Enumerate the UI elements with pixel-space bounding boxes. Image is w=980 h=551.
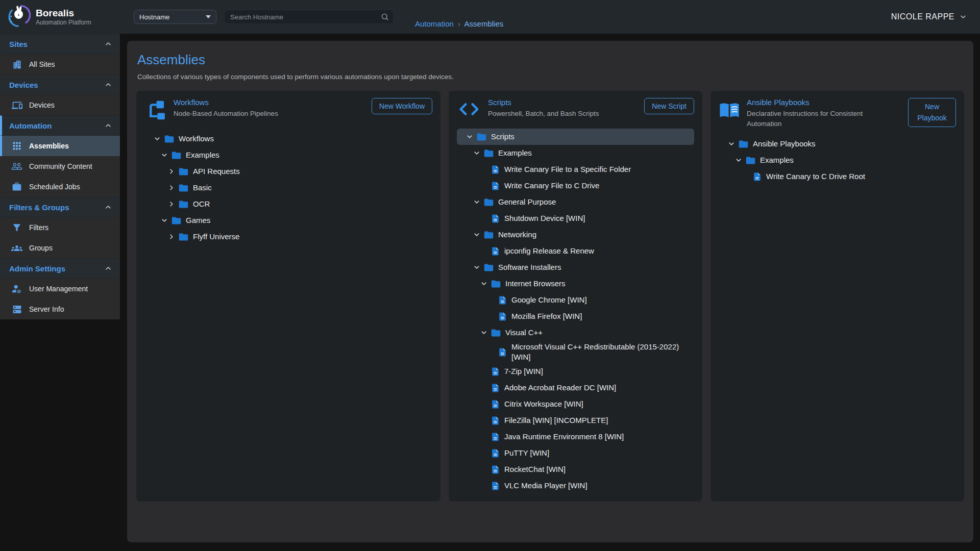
tree-item-folder[interactable]: Visual C++ (457, 324, 694, 341)
tree-item-file[interactable]: Microsoft Visual C++ Redistributable (20… (457, 341, 694, 364)
chevron-up-icon (104, 264, 112, 272)
new-playbook-button[interactable]: New Playbook (908, 98, 956, 127)
sidebar-item-filters[interactable]: Filters (0, 217, 120, 238)
new-script-button[interactable]: New Script (644, 98, 694, 114)
file-icon (491, 481, 500, 491)
tree-item-file[interactable]: Java Runtime Environment 8 [WIN] (457, 429, 694, 445)
tree-item-folder[interactable]: Basic (144, 180, 432, 196)
sidebar-item-server-info[interactable]: Server Info (0, 299, 120, 319)
tree-item-file[interactable]: Adobe Acrobat Reader DC [WIN] (457, 380, 694, 396)
tree-item-file[interactable]: VLC Media Player [WIN] (457, 478, 694, 494)
tree-item-file[interactable]: RocketChat [WIN] (457, 462, 694, 478)
folder-icon (483, 262, 494, 273)
tree-item-folder[interactable]: Games (144, 212, 432, 229)
tree-item-file[interactable]: PuTTY [WIN] (457, 445, 694, 462)
file-icon (491, 432, 500, 442)
tree-item-folder[interactable]: Networking (457, 227, 694, 243)
tree-item-file[interactable]: Google Chrome [WIN] (457, 292, 694, 308)
groups-icon (11, 242, 22, 254)
sidebar-item-devices[interactable]: Devices (0, 95, 120, 115)
sidebar-section-sites[interactable]: Sites (0, 34, 120, 54)
tree-item-folder[interactable]: Workflows (144, 131, 432, 147)
tree-item-label: API Requests (193, 166, 240, 177)
tree-item-file[interactable]: Write Canary File to C Drive (457, 178, 694, 194)
tree-item-folder[interactable]: General Purpose (457, 194, 694, 210)
file-icon (491, 367, 500, 377)
tree-item-label: Software Installers (498, 262, 561, 272)
tree-item-folder[interactable]: Examples (719, 152, 956, 168)
tree-item-label: Examples (186, 150, 219, 160)
tree-item-file[interactable]: Write Canary to C Drive Root (719, 168, 956, 185)
sidebar-section-filters-groups[interactable]: Filters & Groups (0, 197, 120, 217)
tree-item-label: Shutdown Device [WIN] (504, 213, 585, 223)
chevron-down-icon[interactable] (734, 156, 745, 165)
tree-item-folder[interactable]: OCR (144, 196, 432, 212)
chevron-down-icon[interactable] (727, 139, 738, 148)
sidebar-item-user-management[interactable]: User Management (0, 279, 120, 299)
chevron-right-icon[interactable] (167, 183, 178, 192)
hostname-select[interactable]: Hostname (134, 10, 216, 24)
tree-item-file[interactable]: Shutdown Device [WIN] (457, 210, 694, 227)
chevron-right-icon[interactable] (167, 199, 178, 209)
sidebar-section-devices[interactable]: Devices (0, 74, 120, 95)
scripts-tree: ScriptsExamplesWrite Canary File to a Sp… (457, 129, 694, 494)
breadcrumb-automation[interactable]: Automation (415, 19, 454, 28)
tree-item-file[interactable]: Write Canary File to a Specific Folder (457, 161, 694, 178)
chevron-down-icon[interactable] (472, 197, 483, 207)
tree-item-label: Scripts (491, 132, 514, 142)
tree-item-file[interactable]: ipconfig Release & Renew (457, 243, 694, 259)
chevron-right-icon[interactable] (167, 232, 178, 241)
tree-item-folder[interactable]: Examples (457, 145, 694, 161)
chevron-down-icon[interactable] (465, 132, 476, 141)
tree-item-file[interactable]: 7-Zip [WIN] (457, 364, 694, 380)
chevron-down-icon[interactable] (160, 151, 171, 160)
breadcrumb: Automation › Assemblies (415, 19, 503, 28)
tree-item-file[interactable]: Citrix Workspace [WIN] (457, 396, 694, 413)
user-gear-icon (11, 283, 22, 294)
tree-item-file[interactable]: FileZilla [WIN] [INCOMPLETE] (457, 413, 694, 429)
tree-item-label: OCR (193, 199, 210, 209)
breadcrumb-assemblies[interactable]: Assemblies (464, 19, 504, 28)
chevron-up-icon (104, 203, 112, 211)
tree-item-file[interactable]: Mozilla Firefox [WIN] (457, 308, 694, 324)
main-panel: Assemblies Collections of various types … (127, 41, 973, 542)
tree-item-folder[interactable]: Software Installers (457, 259, 694, 276)
tree-item-folder[interactable]: Ansible Playbooks (719, 136, 956, 152)
search-input[interactable] (224, 10, 394, 24)
folder-icon (491, 328, 501, 338)
sidebar-item-all-sites[interactable]: All Sites (0, 54, 120, 74)
sidebar-item-scheduled-jobs[interactable]: Scheduled Jobs (0, 177, 120, 197)
chevron-down-icon[interactable] (479, 279, 491, 288)
user-menu[interactable]: NICOLE RAPPE (891, 12, 967, 21)
folder-icon (491, 279, 501, 289)
tree-item-folder[interactable]: Internet Browsers (457, 276, 694, 292)
chevron-right-icon[interactable] (167, 167, 178, 176)
card-title[interactable]: Workflows (174, 98, 365, 107)
chevron-down-icon[interactable] (472, 230, 483, 239)
new-workflow-button[interactable]: New Workflow (372, 98, 432, 114)
chevron-down-icon[interactable] (479, 328, 491, 337)
brand: Borealis Automation Platform (0, 4, 120, 30)
chevron-down-icon[interactable] (472, 263, 483, 272)
sidebar-item-label: Scheduled Jobs (29, 183, 80, 191)
file-icon (491, 383, 500, 393)
tree-item-label: Mozilla Firefox [WIN] (511, 311, 582, 321)
chevron-down-icon[interactable] (160, 216, 171, 225)
chevron-down-icon[interactable] (153, 134, 164, 143)
sidebar-item-groups[interactable]: Groups (0, 238, 120, 258)
chevron-down-icon[interactable] (472, 148, 483, 158)
folder-icon (745, 155, 756, 166)
tree-item-folder[interactable]: Scripts (457, 129, 694, 145)
tree-item-folder[interactable]: API Requests (144, 163, 432, 180)
tree-item-label: Flyff Universe (193, 232, 239, 242)
card-title[interactable]: Ansible Playbooks (747, 98, 901, 107)
sidebar: Sites All Sites Devices Devices Automati… (0, 34, 120, 319)
sidebar-item-assemblies[interactable]: Assemblies (0, 136, 120, 156)
tree-item-folder[interactable]: Examples (144, 147, 432, 163)
sidebar-item-community-content[interactable]: Community Content (0, 156, 120, 177)
sidebar-section-admin-settings[interactable]: Admin Settings (0, 258, 120, 279)
file-icon (491, 399, 500, 409)
tree-item-folder[interactable]: Flyff Universe (144, 229, 432, 245)
card-title[interactable]: Scripts (488, 98, 638, 107)
sidebar-section-automation[interactable]: Automation (0, 115, 120, 136)
